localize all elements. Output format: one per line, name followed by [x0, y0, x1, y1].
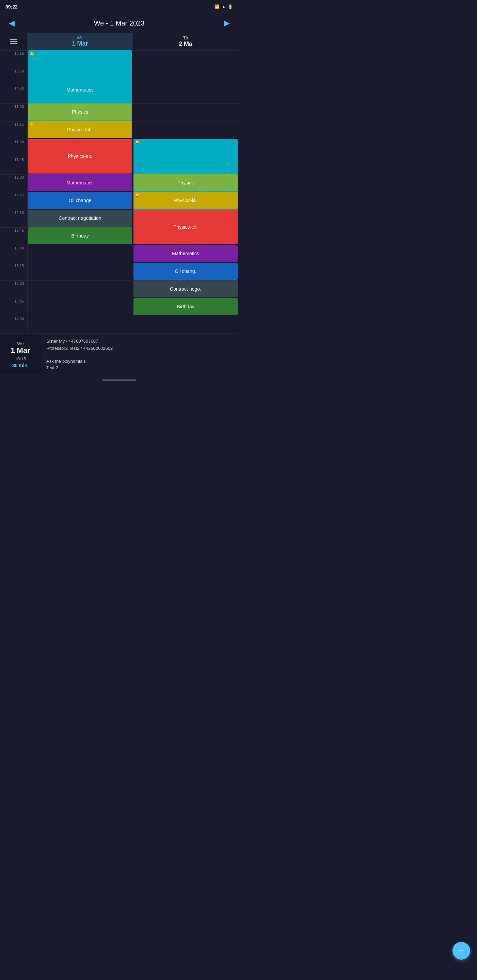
day-cell	[133, 50, 238, 68]
note-text: Ask the polynomials Text 2 ...	[46, 359, 86, 371]
detail-duration-label: 30 min.	[12, 363, 29, 368]
event-physicslab-thu[interactable]: 🔔Physics-la.	[134, 192, 238, 209]
day-num-thu: 2 Ma	[179, 40, 192, 48]
status-bar: 09:22 📶 ▲ 🔋	[0, 0, 238, 14]
prev-nav-button[interactable]: ◀	[4, 16, 19, 30]
hamburger-icon	[10, 39, 18, 44]
event-physicsex-thu[interactable]: Physics-ex.	[134, 210, 238, 244]
day-cell	[27, 263, 133, 280]
detail-note: Ask the polynomials Text 2 ...	[46, 358, 233, 371]
day-cell	[27, 298, 133, 316]
event-label: Mathematics	[66, 87, 93, 93]
status-icons: 📶 ▲ 🔋	[214, 5, 233, 9]
event-oilchange-wed[interactable]: Oil change	[28, 192, 132, 209]
detail-panel: We 1 Mar 10:15 30 min. Sister My / +4760…	[0, 334, 238, 375]
event-label: Birthday	[71, 233, 89, 239]
next-nav-button[interactable]: ▶	[219, 16, 234, 30]
detail-date-num: 1 Mar	[11, 346, 30, 355]
contact-text: Sister My / +47607607607 Professor2 Test…	[46, 339, 113, 351]
day-cell	[27, 245, 133, 263]
alarm-icon: 🔔	[135, 140, 140, 144]
time-slot: 12:00	[0, 174, 27, 192]
status-time: 09:22	[5, 4, 18, 10]
event-label: Mathematics	[66, 180, 93, 186]
time-slot: 12:15	[0, 192, 27, 210]
day-headers: We 1 Mar Th 2 Ma	[0, 33, 238, 50]
event-label: Contract negotiation	[59, 215, 101, 221]
detail-contacts: Sister My / +47607607607 Professor2 Test…	[46, 338, 233, 355]
detail-day-label: We	[17, 341, 24, 346]
event-physics-wed[interactable]: Physics	[28, 103, 132, 121]
time-slot: 10:30	[0, 68, 27, 86]
time-slot: 11:00	[0, 103, 27, 121]
alarm-icon: 🔔	[30, 51, 34, 56]
time-slot: 13:00	[0, 245, 27, 263]
signal-icon: 📶	[214, 5, 220, 9]
event-label: Physics	[72, 109, 88, 115]
detail-time-label: 10:15	[15, 356, 26, 361]
event-label: Physics-lab.	[67, 127, 93, 133]
time-slot: 13:15	[0, 263, 27, 280]
day-cell	[133, 86, 238, 103]
time-slot: 11:30	[0, 139, 27, 156]
day-name-thu: Th	[183, 35, 188, 40]
time-slot: 12:45	[0, 227, 27, 245]
time-slot: 11:15	[0, 121, 27, 139]
event-label: Physics-ex.	[173, 224, 198, 230]
event-label: Oil chang.	[175, 269, 196, 274]
alarm-icon: 🔔	[30, 122, 34, 127]
battery-icon: 🔋	[228, 5, 233, 9]
time-slot: 12:30	[0, 210, 27, 227]
detail-right: Sister My / +47607607607 Professor2 Test…	[41, 334, 238, 375]
day-num-wed: 1 Mar	[72, 40, 88, 47]
event-physicslab-wed[interactable]: 🔔Physics-lab.	[28, 121, 132, 138]
days-container: 🔔MathematicsPhysics🔔Physics-lab.Physics-…	[27, 50, 238, 334]
day-cell	[133, 121, 238, 139]
time-slot: 13:45	[0, 298, 27, 316]
top-nav: ◀ We - 1 Mar 2023 ▶	[0, 14, 238, 33]
day-cell	[27, 316, 133, 334]
event-birthday-thu[interactable]: Birthday	[134, 298, 238, 315]
wifi-icon: ▲	[222, 5, 226, 9]
detail-left: We 1 Mar 10:15 30 min.	[0, 334, 41, 375]
event-math2-thu[interactable]: Mathematics	[134, 245, 238, 262]
event-label: Physics-ex.	[68, 153, 92, 159]
event-label: Mathematics	[172, 251, 199, 256]
day-cell	[133, 68, 238, 86]
event-label: Contract nego.	[170, 286, 201, 292]
day-header-wed[interactable]: We 1 Mar	[27, 33, 133, 50]
day-header-thu[interactable]: Th 2 Ma	[133, 33, 238, 50]
home-bar	[102, 379, 136, 381]
event-birthday-wed[interactable]: Birthday	[28, 227, 132, 244]
event-contractneg-wed[interactable]: Contract negotiation	[28, 210, 132, 227]
nav-title: We - 1 Mar 2023	[19, 19, 219, 27]
calendar-grid: 10:1510:3010:4511:0011:1511:3011:4512:00…	[0, 50, 238, 334]
event-label: Physics-la.	[174, 198, 197, 204]
day-name-wed: We	[77, 35, 83, 40]
home-indicator	[0, 375, 238, 385]
time-slot: 10:15	[0, 50, 27, 68]
day-cell	[133, 316, 238, 334]
event-physics-thu[interactable]: Physics	[134, 174, 238, 191]
event-math2-wed[interactable]: Mathematics	[28, 174, 132, 191]
time-slot: 11:45	[0, 156, 27, 174]
event-label: Physics	[177, 180, 194, 186]
time-gutter-header	[0, 33, 27, 50]
event-contractneg-thu[interactable]: Contract nego.	[134, 280, 238, 298]
menu-button[interactable]	[6, 34, 21, 49]
day-cell	[27, 280, 133, 298]
event-label: Oil change	[69, 198, 92, 204]
day-cell	[133, 103, 238, 121]
event-label: Birthday	[177, 304, 194, 310]
time-gutter: 10:1510:3010:4511:0011:1511:3011:4512:00…	[0, 50, 27, 334]
alarm-icon: 🔔	[135, 193, 140, 197]
event-oilchange-thu[interactable]: Oil chang.	[134, 263, 238, 280]
time-slot: 14:00	[0, 316, 27, 334]
event-physicsex-wed[interactable]: Physics-ex.	[28, 139, 132, 173]
time-slot: 13:30	[0, 280, 27, 298]
time-slot: 10:45	[0, 86, 27, 103]
